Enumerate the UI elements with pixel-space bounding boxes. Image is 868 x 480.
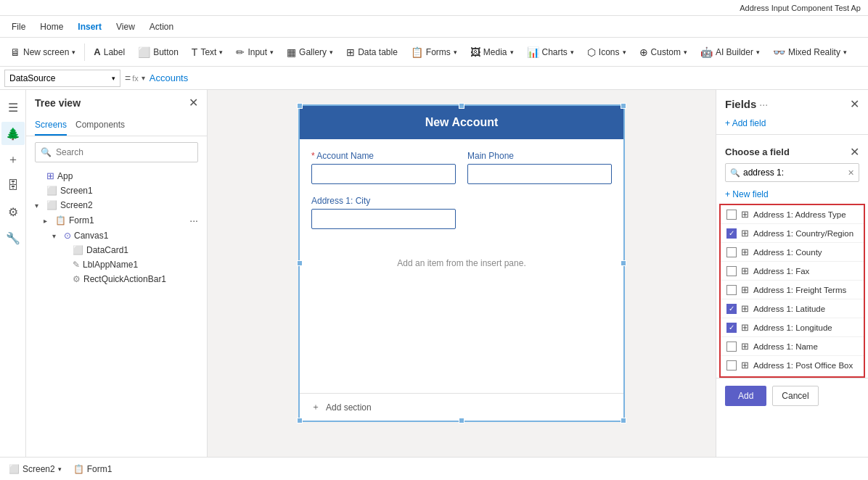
main-phone-input[interactable] — [467, 164, 612, 184]
canvas-area: New Account Account Name Main Phone Addr… — [208, 90, 716, 457]
field-checkbox-address-type[interactable] — [726, 210, 737, 220]
fx-label: fx — [132, 74, 139, 83]
tab-screens[interactable]: Screens — [35, 115, 67, 136]
add-section[interactable]: ＋ Add section — [300, 393, 623, 421]
forms-button[interactable]: 📋 Forms ▾ — [405, 44, 463, 61]
status-form1[interactable]: 📋 Form1 — [73, 464, 112, 474]
left-icon-bar: ☰ 🌲 ＋ 🗄 ⚙ 🔧 — [0, 90, 26, 457]
field-checkbox-fax[interactable] — [726, 266, 737, 276]
menu-insert[interactable]: Insert — [72, 19, 107, 35]
field-checkbox-name[interactable] — [726, 342, 737, 352]
custom-icon: ⊕ — [639, 46, 648, 58]
aibuilder-icon: 🤖 — [700, 46, 713, 58]
close-icon[interactable]: ✕ — [189, 96, 198, 109]
sidebar-item-app[interactable]: ⊞ App — [26, 168, 207, 183]
add-field-button[interactable]: + Add field — [716, 115, 868, 134]
search-input[interactable] — [35, 142, 198, 162]
field-type-icon: ⊞ — [741, 360, 749, 371]
gallery-button[interactable]: ▦ Gallery ▾ — [281, 44, 339, 61]
title-bar: Address Input Component Test Ap — [0, 0, 868, 16]
close-icon[interactable]: ✕ — [850, 97, 859, 111]
media-button[interactable]: 🖼 Media ▾ — [464, 44, 520, 61]
canvas-icon: ⊙ — [64, 231, 71, 241]
field-item-name[interactable]: ⊞ Address 1: Name — [721, 337, 864, 356]
new-field-button[interactable]: + New field — [716, 186, 868, 204]
panel-more-icon[interactable]: ··· — [759, 99, 768, 110]
app-title: Address Input Component Test Ap — [740, 4, 861, 12]
label-icon: A — [94, 46, 100, 57]
chevron-down-icon: ▾ — [329, 49, 333, 56]
menu-home[interactable]: Home — [34, 19, 69, 35]
forms-icon: 📋 — [411, 46, 423, 58]
form-canvas[interactable]: New Account Account Name Main Phone Addr… — [298, 104, 625, 422]
menu-action[interactable]: Action — [144, 19, 179, 35]
label-button[interactable]: A Label — [88, 44, 131, 60]
datasource-selector[interactable]: DataSource ▾ — [4, 70, 120, 87]
city-input[interactable] — [311, 209, 456, 229]
choose-field-close-icon[interactable]: ✕ — [850, 145, 859, 159]
charts-button[interactable]: 📊 Charts ▾ — [521, 44, 580, 61]
field-item-fax[interactable]: ⊞ Address 1: Fax — [721, 262, 864, 281]
field-item-longitude[interactable]: ⊞ Address 1: Longitude — [721, 318, 864, 337]
account-name-input[interactable] — [311, 164, 456, 184]
custom-button[interactable]: ⊕ Custom ▾ — [634, 44, 693, 61]
field-checkbox-country-region[interactable] — [726, 228, 737, 239]
sidebar-item-datacard1[interactable]: ⬜ DataCard1 — [26, 243, 207, 257]
sidebar-item-screen1[interactable]: ⬜ Screen1 — [26, 183, 207, 198]
menu-view[interactable]: View — [110, 19, 141, 35]
handle-tl — [297, 103, 303, 109]
more-icon[interactable]: ··· — [189, 215, 198, 226]
datasource-chevron-icon: ▾ — [112, 75, 115, 82]
field-item-freight-terms[interactable]: ⊞ Address 1: Freight Terms — [721, 281, 864, 299]
menu-file[interactable]: File — [6, 19, 31, 35]
settings-icon[interactable]: ⚙ — [1, 200, 25, 223]
field-type-icon: ⊞ — [741, 209, 749, 220]
chevron-down-icon: ▾ — [270, 49, 274, 56]
status-screen2[interactable]: ⬜ Screen2 ▾ — [9, 464, 62, 474]
input-icon: ✏ — [236, 46, 245, 58]
field-checkbox-county[interactable] — [726, 247, 737, 257]
add-icon[interactable]: ＋ — [1, 148, 25, 171]
field-checkbox-longitude[interactable] — [726, 323, 737, 333]
aibuilder-button[interactable]: 🤖 AI Builder ▾ — [695, 44, 766, 61]
sidebar-item-form1[interactable]: ▸ 📋 Form1 ··· — [26, 212, 207, 228]
clear-icon[interactable]: ✕ — [848, 168, 854, 178]
sidebar-tabs: Screens Components — [26, 115, 207, 136]
form-body: Account Name Main Phone Address 1: City … — [300, 139, 623, 393]
sidebar-item-rectquickactionbar1[interactable]: ⚙ RectQuickActionBar1 — [26, 272, 207, 286]
treeview-icon[interactable]: 🌲 — [1, 122, 25, 145]
icons-button[interactable]: ⬡ Icons ▾ — [581, 44, 632, 61]
field-checkbox-latitude[interactable] — [726, 304, 737, 314]
field-item-address-type[interactable]: ⊞ Address 1: Address Type — [721, 205, 864, 224]
text-button[interactable]: T Text ▾ — [186, 44, 229, 61]
handle-br — [621, 418, 626, 423]
field-item-country-region[interactable]: ⊞ Address 1: Country/Region — [721, 224, 864, 243]
datatable-button[interactable]: ⊞ Data table — [340, 44, 404, 61]
sidebar-item-lblappname1[interactable]: ✎ LblAppName1 — [26, 257, 207, 272]
button-button[interactable]: ⬜ Button — [132, 44, 184, 61]
tools-icon[interactable]: 🔧 — [1, 226, 25, 249]
icons-icon: ⬡ — [587, 46, 596, 58]
formula-value[interactable]: Accounts — [150, 73, 188, 83]
field-type-icon: ⊞ — [741, 322, 749, 333]
input-button[interactable]: ✏ Input ▾ — [230, 44, 279, 61]
sidebar-item-canvas1[interactable]: ▾ ⊙ Canvas1 — [26, 228, 207, 243]
mixedreality-button[interactable]: 👓 Mixed Reality ▾ — [767, 44, 853, 61]
search-icon: 🔍 — [730, 168, 740, 178]
field-item-post-office-box[interactable]: ⊞ Address 1: Post Office Box — [721, 356, 864, 374]
handle-tr — [621, 103, 626, 109]
data-icon[interactable]: 🗄 — [1, 174, 25, 197]
chevron-down-icon: ▾ — [35, 202, 44, 210]
tab-components[interactable]: Components — [75, 115, 125, 136]
field-search-input[interactable] — [725, 163, 859, 182]
field-item-county[interactable]: ⊞ Address 1: County — [721, 243, 864, 262]
hamburger-icon[interactable]: ☰ — [1, 96, 25, 119]
field-list: ⊞ Address 1: Address Type ⊞ Address 1: C… — [719, 204, 865, 378]
cancel-button[interactable]: Cancel — [772, 386, 818, 406]
field-checkbox-post-office-box[interactable] — [726, 360, 737, 371]
field-checkbox-freight-terms[interactable] — [726, 285, 737, 295]
new-screen-button[interactable]: 🖥 New screen ▾ — [4, 44, 81, 61]
add-button[interactable]: Add — [725, 386, 766, 406]
field-item-latitude[interactable]: ⊞ Address 1: Latitude — [721, 299, 864, 318]
sidebar-item-screen2[interactable]: ▾ ⬜ Screen2 — [26, 198, 207, 212]
